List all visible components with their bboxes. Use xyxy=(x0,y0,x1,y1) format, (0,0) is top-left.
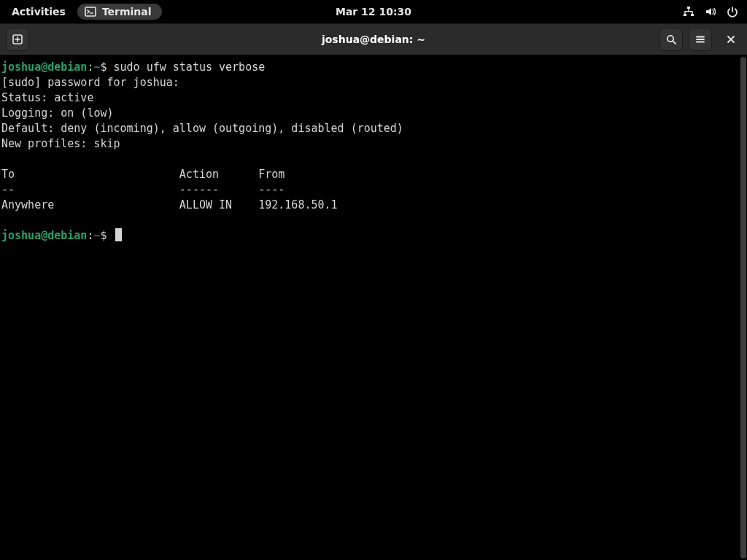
prompt-user: joshua@debian xyxy=(1,61,87,74)
gnome-top-bar: Activities Terminal Mar 12 10:30 xyxy=(0,0,747,23)
search-button[interactable] xyxy=(659,28,683,51)
network-icon[interactable] xyxy=(683,6,694,18)
svg-rect-5 xyxy=(684,11,692,12)
prompt-user: joshua@debian xyxy=(1,229,87,242)
scrollbar-track[interactable] xyxy=(740,55,747,560)
output-default: Default: deny (incoming), allow (outgoin… xyxy=(1,122,403,135)
svg-rect-3 xyxy=(691,14,694,16)
terminal-viewport: joshua@debian:~$ sudo ufw status verbose… xyxy=(0,55,747,560)
top-app-chip[interactable]: Terminal xyxy=(77,4,162,20)
svg-rect-2 xyxy=(684,14,686,16)
power-icon[interactable] xyxy=(727,6,738,18)
svg-rect-7 xyxy=(692,12,692,14)
menu-button[interactable] xyxy=(689,28,712,51)
search-icon xyxy=(665,34,677,45)
activities-button[interactable]: Activities xyxy=(6,4,71,19)
output-header-row: To Action From xyxy=(1,168,285,181)
output-status: Status: active xyxy=(1,91,93,104)
terminal-app-icon xyxy=(85,6,96,18)
svg-rect-0 xyxy=(85,7,96,16)
close-window-button[interactable] xyxy=(721,29,741,50)
output-rule-row: Anywhere ALLOW IN 192.168.50.1 xyxy=(1,198,338,211)
scrollbar-thumb[interactable] xyxy=(740,57,746,559)
cursor-block xyxy=(115,228,122,241)
output-sudo: [sudo] password for joshua: xyxy=(1,76,179,89)
output-profiles: New profiles: skip xyxy=(1,137,120,150)
window-title: joshua@debian: ~ xyxy=(0,24,747,55)
output-header-sep: -- ------ ---- xyxy=(1,183,285,196)
close-icon xyxy=(727,35,735,44)
hamburger-icon xyxy=(694,34,706,45)
new-tab-button[interactable] xyxy=(6,28,29,51)
terminal-headerbar: joshua@debian: ~ xyxy=(0,23,747,55)
top-app-name: Terminal xyxy=(102,6,152,18)
svg-rect-4 xyxy=(688,9,689,11)
svg-rect-1 xyxy=(687,7,690,9)
command-1: sudo ufw status verbose xyxy=(114,61,266,74)
terminal-body[interactable]: joshua@debian:~$ sudo ufw status verbose… xyxy=(0,55,747,560)
prompt-symbol: $ xyxy=(100,229,107,242)
svg-rect-6 xyxy=(684,12,685,14)
volume-icon[interactable] xyxy=(705,6,716,18)
output-logging: Logging: on (low) xyxy=(1,106,114,120)
prompt-symbol: $ xyxy=(100,61,107,74)
